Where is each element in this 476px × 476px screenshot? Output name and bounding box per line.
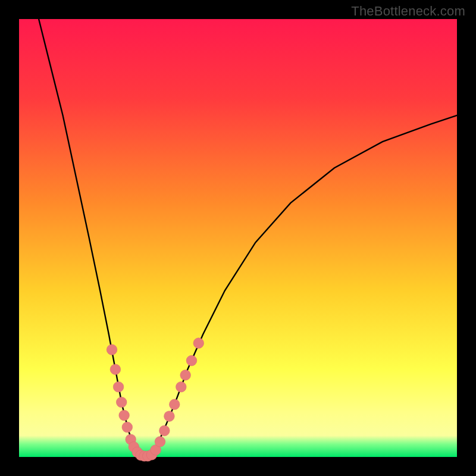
data-marker xyxy=(164,411,175,422)
data-marker xyxy=(180,370,191,381)
data-marker xyxy=(176,381,186,392)
watermark-text: TheBottleneck.com xyxy=(351,4,465,19)
data-marker xyxy=(113,381,124,392)
data-marker xyxy=(159,425,170,436)
data-marker xyxy=(155,436,165,447)
curve-layer xyxy=(19,19,457,457)
data-marker xyxy=(193,338,204,349)
chart-frame: TheBottleneck.com xyxy=(0,0,476,476)
data-marker xyxy=(186,355,197,366)
data-marker xyxy=(116,397,127,408)
bottleneck-curve xyxy=(39,19,457,456)
data-marker xyxy=(110,364,121,375)
plot-area xyxy=(19,19,457,457)
data-marker xyxy=(169,399,180,410)
data-marker xyxy=(122,422,133,433)
data-marker xyxy=(119,410,130,421)
data-marker xyxy=(107,345,117,355)
